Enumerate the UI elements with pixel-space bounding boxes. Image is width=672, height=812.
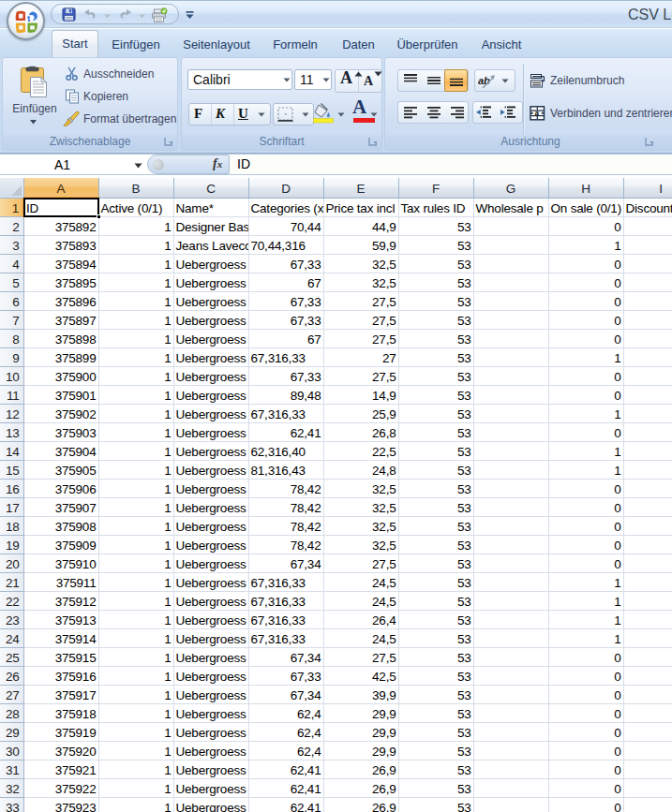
- svg-text:a: a: [534, 108, 539, 117]
- svg-text:ab: ab: [478, 75, 490, 86]
